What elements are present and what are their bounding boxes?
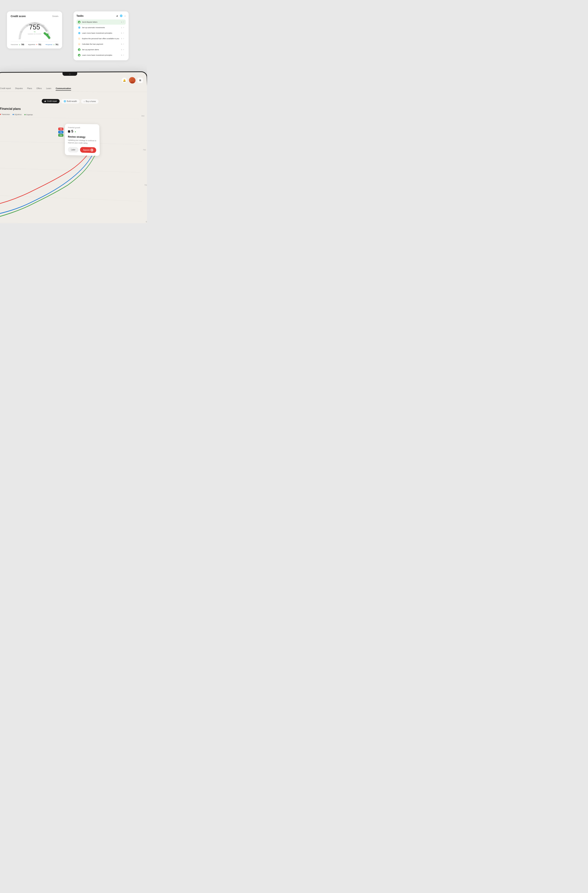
equifax-score: 751 xyxy=(38,44,41,46)
task-label-1: Set up automatic investments xyxy=(82,27,105,29)
y-label-640: 640 xyxy=(146,221,147,223)
transunion-score: 765 xyxy=(21,44,24,46)
tasks-card: Tasks ◕ 🌐 ⌂ ◕ Send dispute letters 4 ↗ 🌐… xyxy=(74,11,129,60)
later-button[interactable]: Later xyxy=(68,147,78,152)
plan-btn-credit-repair[interactable]: ◕ Credit repair xyxy=(42,99,60,103)
y-label-700: 700 xyxy=(144,184,147,186)
appoint-icon xyxy=(91,149,93,151)
svg-text:580: 580 xyxy=(20,31,22,33)
plan-btn-buy-home[interactable]: ⌂ Buy a home xyxy=(81,99,99,104)
user-avatar[interactable] xyxy=(129,77,136,84)
score-badge-764: 764 xyxy=(58,131,63,134)
legend-dot-experian xyxy=(24,114,26,115)
experian-arrow: ▲ xyxy=(53,44,55,45)
task-item-left-0: ◕ Send dispute letters xyxy=(78,21,121,23)
task-item-left-6: ◕ Learn more basic investment principles xyxy=(78,54,121,56)
equifax-arrow: ▼ xyxy=(36,44,38,45)
y-label-850: 850 xyxy=(141,115,144,117)
task-dot-5: ◕ xyxy=(78,48,81,51)
transunion-arrow: ▲ xyxy=(19,44,20,45)
task-dot-6: ◕ xyxy=(78,54,81,56)
experian-name: ✦Experian xyxy=(45,44,52,45)
legend-equifax: EQUIFAX xyxy=(13,114,22,116)
buy-home-icon: ⌂ xyxy=(84,100,85,102)
appoint-label: Appoint xyxy=(83,149,90,151)
task-arrow-5: ↗ xyxy=(123,49,124,51)
task-item-left-3: ⌂ Explore the personal loan offers avail… xyxy=(78,37,121,40)
task-item-3[interactable]: ⌂ Explore the personal loan offers avail… xyxy=(76,36,126,41)
task-count-3: 0 xyxy=(121,38,122,39)
task-dot-1: 🌐 xyxy=(78,26,81,29)
legend-dot-equifax xyxy=(13,114,14,115)
task-label-3: Explore the personal loan offers availab… xyxy=(82,38,119,40)
task-right-2: 0 ↗ xyxy=(121,32,124,34)
globe-icon[interactable]: 🌐 xyxy=(120,15,123,17)
score-badge-751: 751 xyxy=(58,134,63,137)
task-arrow-6: ↗ xyxy=(123,54,124,56)
gauge-center: 755 +6 Updated Jul 16,2024 xyxy=(28,24,41,35)
task-item-0[interactable]: ◕ Send dispute letters 4 ↗ xyxy=(76,20,126,25)
nav-tab-plans[interactable]: Plans xyxy=(27,86,32,90)
plan-btn-buy-home-label: Buy a home xyxy=(86,100,96,102)
score-badge-765: 765 xyxy=(58,128,63,130)
task-count-0: 4 xyxy=(121,21,122,23)
task-dot-4: ⌂ xyxy=(78,43,81,45)
nav-tab-disputes[interactable]: Disputes xyxy=(15,86,23,90)
svg-point-9 xyxy=(131,78,134,81)
equifax-item: EQUIFAX ▼ 751 xyxy=(28,44,41,46)
task-item-4[interactable]: ⌂ Calculate the loan payment 0 ↗ xyxy=(76,42,126,47)
task-count-6: 0 xyxy=(121,54,122,56)
avatar-image xyxy=(129,77,136,84)
details-link[interactable]: Details xyxy=(52,15,58,17)
nav-tab-offers[interactable]: Offers xyxy=(36,86,42,90)
bell-icon[interactable]: 🔔 xyxy=(122,78,127,83)
task-right-6: 0 ↗ xyxy=(121,54,124,56)
svg-text:640: 640 xyxy=(26,25,28,26)
chart-area-container: Financial plans 850 750 700 640 TransUni… xyxy=(0,104,147,223)
tooltip-up-arrow: ▲ xyxy=(74,130,76,132)
transunion-name: TransUnion xyxy=(10,44,18,45)
tooltip-growth-label: Potential growth xyxy=(68,126,96,129)
task-label-0: Send dispute letters xyxy=(82,21,98,23)
score-labels: 765 764 751 xyxy=(58,128,63,137)
nav-tab-communication[interactable]: Communication xyxy=(56,86,71,90)
legend-label-experian: Experian xyxy=(26,114,33,116)
tooltip-value-row: 5 ▲ xyxy=(68,129,96,134)
task-right-3: 0 ↗ xyxy=(121,38,124,39)
tooltip-value: 5 xyxy=(71,129,73,134)
tablet-notch xyxy=(63,72,77,76)
grid-icon[interactable]: ⊞ xyxy=(137,78,143,83)
task-dot-3: ⌂ xyxy=(78,37,81,40)
chart-title: Financial plans xyxy=(0,107,21,111)
task-count-4: 0 xyxy=(121,43,122,45)
equifax-name: EQUIFAX xyxy=(28,44,36,45)
tooltip-square-icon xyxy=(68,130,70,132)
task-item-2[interactable]: 🌐 Learn more basic investment principles… xyxy=(76,30,126,36)
task-dot-0: ◕ xyxy=(78,21,81,23)
bureau-row: TransUnion ▲ 765 EQUIFAX ▼ 751 ✦Experian… xyxy=(10,42,58,46)
task-arrow-2: ↗ xyxy=(123,32,124,34)
credit-score-card: Credit score Details 300 580 640 700 730… xyxy=(7,11,62,48)
task-item-1[interactable]: 🌐 Set up automatic investments 1 ↗ xyxy=(76,25,126,30)
tablet-section: 🔔 ⊞ Credit report Disputes Plans xyxy=(0,72,147,222)
task-label-4: Calculate the loan payment xyxy=(82,43,103,45)
plan-btn-build-wealth[interactable]: 🌐 Build wealth xyxy=(61,99,80,103)
y-label-750: 750 xyxy=(143,149,146,151)
svg-line-15 xyxy=(0,222,143,223)
nav-tab-learn[interactable]: Learn xyxy=(46,86,51,90)
tablet-nav: Credit report Disputes Plans Offers Lear… xyxy=(0,85,147,92)
camera xyxy=(69,74,70,75)
score-value: 755 xyxy=(28,24,41,30)
home-icon[interactable]: ⌂ xyxy=(124,15,126,17)
nav-tab-credit-report[interactable]: Credit report xyxy=(0,86,11,90)
task-right-1: 1 ↗ xyxy=(121,27,124,29)
task-item-5[interactable]: ◕ Set up payment alerts 0 ↗ xyxy=(76,47,126,52)
appoint-button[interactable]: Appoint xyxy=(80,147,96,153)
task-label-6: Learn more basic investment principles xyxy=(82,54,112,56)
task-item-6[interactable]: ◕ Learn more basic investment principles… xyxy=(76,53,126,58)
task-arrow-4: ↗ xyxy=(123,43,124,45)
pie-chart-icon[interactable]: ◕ xyxy=(116,15,118,17)
svg-text:850: 850 xyxy=(48,38,50,39)
task-label-5: Set up payment alerts xyxy=(82,48,99,51)
task-count-2: 0 xyxy=(121,32,122,34)
